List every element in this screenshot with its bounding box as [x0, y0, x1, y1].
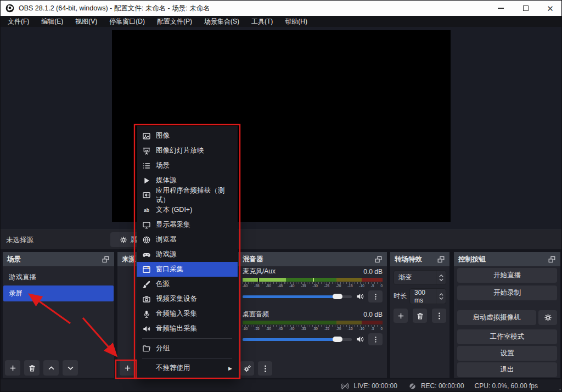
db-tick-label: -25: [324, 284, 329, 288]
settings-button[interactable]: 设置: [457, 346, 557, 361]
popout-icon[interactable]: [548, 255, 556, 264]
menubar-item[interactable]: 编辑(E): [35, 16, 69, 27]
menu-item-slideshow[interactable]: 图像幻灯片放映: [137, 143, 238, 158]
add-transition-button[interactable]: [394, 309, 408, 323]
mixer-toolbar: [240, 361, 272, 376]
menu-item-label: 应用程序音频捕获（测试）: [156, 186, 232, 205]
close-button[interactable]: ✕: [538, 1, 562, 16]
menubar-item[interactable]: 场景集合(S): [198, 16, 245, 27]
menu-item-speaker[interactable]: 音频输出采集: [137, 321, 238, 336]
transitions-dock-header: 转场特效: [390, 252, 449, 266]
popout-icon[interactable]: [437, 255, 445, 264]
popout-icon[interactable]: [102, 255, 110, 264]
live-off-icon: [340, 382, 350, 391]
browser-icon: [142, 236, 151, 244]
speaker-icon[interactable]: [356, 335, 364, 344]
menu-item-mic[interactable]: 音频输入采集: [137, 306, 238, 321]
resize-grip-icon[interactable]: [555, 387, 561, 392]
volume-slider-handle[interactable]: [333, 337, 342, 342]
live-status: LIVE: 00:00:00: [340, 382, 397, 391]
db-tick-label: 0: [380, 284, 383, 288]
menubar-item[interactable]: 配置文件(P): [151, 16, 198, 27]
channel-more-button[interactable]: [368, 333, 383, 345]
chevron-up-icon: [47, 364, 55, 372]
virtualcam-config-button[interactable]: [538, 310, 557, 325]
add-scene-button[interactable]: [5, 360, 20, 376]
transitions-title: 转场特效: [395, 255, 422, 264]
submenu-arrow-icon: ▶: [228, 366, 232, 371]
transition-more-button[interactable]: [432, 309, 446, 323]
db-tick-label: -25: [324, 327, 329, 331]
start-streaming-button[interactable]: 开始直播: [457, 268, 557, 283]
mixer-title: 混音器: [243, 255, 263, 264]
menu-item-window[interactable]: 窗口采集: [137, 262, 238, 277]
menu-item-camera[interactable]: 视频采集设备: [137, 292, 238, 306]
volume-slider[interactable]: [243, 295, 352, 298]
cpu-status: CPU: 0.0%, 60.00 fps: [475, 382, 538, 390]
gear-icon: [120, 236, 127, 244]
db-tick-label: -35: [301, 284, 306, 288]
speaker-icon[interactable]: [356, 292, 364, 301]
menubar-item[interactable]: 工具(T): [245, 16, 279, 27]
menubar-item[interactable]: 文件(F): [2, 16, 35, 27]
trash-icon: [28, 364, 36, 372]
remove-transition-button[interactable]: [413, 309, 427, 323]
menu-item-label: 游戏源: [156, 250, 177, 259]
scenes-dock-header: 场景: [3, 252, 114, 266]
menu-item-label: 窗口采集: [156, 265, 183, 274]
volume-slider[interactable]: [243, 338, 352, 341]
spinbox-arrows-icon[interactable]: [436, 289, 446, 304]
menu-item-image[interactable]: 图像: [137, 128, 238, 143]
window-controls: ✕: [488, 1, 562, 16]
menu-item-text[interactable]: ab 文本 (GDI+): [137, 203, 238, 217]
scene-item[interactable]: 录屏: [3, 285, 114, 301]
menubar-item[interactable]: 停靠窗口(D): [103, 16, 151, 27]
volume-slider-handle[interactable]: [333, 294, 342, 299]
menu-item-label: 浏览器: [156, 235, 177, 244]
menu-item-scene[interactable]: 场景: [137, 158, 238, 173]
minimize-button[interactable]: [488, 1, 513, 16]
start-virtualcam-button[interactable]: 启动虚拟摄像机: [457, 310, 536, 325]
db-tick-label: -30: [313, 327, 318, 331]
menu-item-label: 文本 (GDI+): [156, 205, 192, 215]
menu-separator: [142, 358, 232, 359]
svg-text:ab: ab: [144, 208, 149, 213]
exit-button[interactable]: 退出: [457, 362, 557, 377]
start-recording-button[interactable]: 开始录制: [457, 285, 557, 300]
close-icon: ✕: [547, 4, 554, 13]
popout-icon[interactable]: [374, 255, 383, 264]
channel-more-button[interactable]: [368, 290, 383, 303]
menu-item-color[interactable]: 色源: [137, 277, 238, 292]
plus-icon: [123, 364, 132, 372]
mixer-more-button[interactable]: [258, 361, 272, 376]
rec-time: REC: 00:00:00: [421, 382, 464, 390]
menu-item-group[interactable]: 分组: [137, 341, 238, 356]
transitions-toolbar: [394, 309, 449, 323]
menubar-item[interactable]: 帮助(H): [279, 16, 313, 27]
maximize-button[interactable]: [513, 1, 538, 16]
scene-down-button[interactable]: [63, 360, 78, 376]
studio-mode-button[interactable]: 工作室模式: [457, 329, 557, 344]
menu-item-browser[interactable]: 浏览器: [137, 232, 238, 247]
menubar-item[interactable]: 视图(V): [69, 16, 103, 27]
select-arrows-icon[interactable]: [436, 271, 446, 284]
mixer-advanced-audio-button[interactable]: [240, 361, 254, 376]
db-tick-label: -50: [266, 327, 271, 331]
volume-meter: [243, 321, 383, 324]
remove-scene-button[interactable]: [24, 360, 40, 376]
transition-select[interactable]: 渐变: [394, 270, 446, 285]
menu-item-label: 色源: [156, 279, 170, 289]
duration-spinbox[interactable]: 300 ms: [409, 288, 446, 304]
scene-item[interactable]: 游戏直播: [3, 270, 114, 285]
menu-item-game[interactable]: 游戏源: [137, 247, 238, 262]
scene-up-button[interactable]: [43, 360, 59, 376]
db-tick-label: -60: [243, 284, 248, 288]
plus-icon: [9, 364, 17, 372]
menu-item-label: 音频输入采集: [156, 309, 197, 318]
menu-item-display[interactable]: 显示器采集: [137, 217, 238, 232]
menu-item-app-audio[interactable]: 应用程序音频捕获（测试）: [137, 188, 238, 203]
menu-item-deprecated[interactable]: 不推荐使用 ▶: [137, 361, 238, 376]
menu-item-label: 媒体源: [156, 176, 177, 185]
add-source-button[interactable]: [120, 360, 135, 376]
controls-dock-header: 控制按钮: [454, 252, 560, 266]
